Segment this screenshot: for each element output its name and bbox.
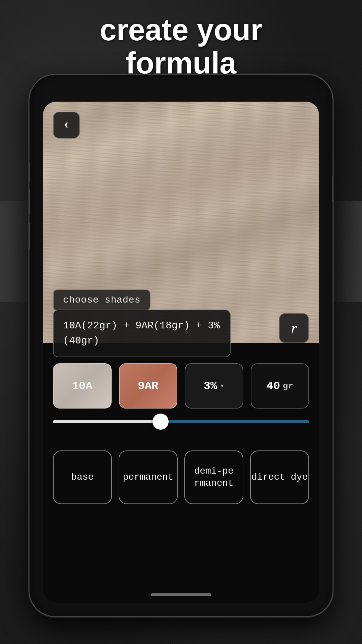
category-base-button[interactable]: base	[53, 450, 112, 504]
category-demi-permanent-label: demi-pe rmanent	[185, 465, 243, 490]
category-base-label: base	[71, 471, 94, 483]
formula-text: 10A(22gr) + 9AR(18gr) + 3%(40gr)	[63, 320, 220, 346]
swatch-10a-label: 10A	[72, 380, 93, 392]
swatch-40gr[interactable]: 40 gr	[251, 363, 309, 409]
power-button	[332, 175, 334, 202]
swatch-40-unit: gr	[283, 381, 293, 391]
category-permanent-button[interactable]: permanent	[119, 450, 178, 504]
swatches-row: 10A 9AR 3% ▾ 40 gr	[53, 363, 309, 409]
page-title: create your formula	[0, 13, 362, 80]
slider-track[interactable]	[53, 420, 309, 423]
category-demi-permanent-button[interactable]: demi-pe rmanent	[184, 450, 243, 504]
choose-shades-button[interactable]: choose shades	[53, 289, 150, 311]
title-line2: formula	[126, 46, 236, 80]
swatch-40-value: 40	[266, 380, 280, 392]
slider-thumb[interactable]	[153, 414, 169, 430]
swatch-3pct[interactable]: 3% ▾	[185, 363, 243, 409]
volume-up-button	[28, 189, 30, 216]
phone-screen: ‹ choose shades 10A(22gr) + 9AR(18gr) + …	[43, 102, 319, 603]
swatch-3pct-label: 3%	[203, 380, 217, 392]
r-icon: r	[291, 320, 297, 337]
title-line1: create your	[100, 13, 262, 47]
phone-frame: ‹ choose shades 10A(22gr) + 9AR(18gr) + …	[28, 74, 334, 617]
dropdown-arrow-icon: ▾	[220, 381, 224, 390]
swatch-9ar[interactable]: 9AR	[119, 363, 178, 409]
home-indicator	[151, 593, 211, 596]
category-direct-dye-label: direct dye	[251, 471, 308, 483]
category-direct-dye-button[interactable]: direct dye	[250, 450, 309, 504]
back-arrow-icon: ‹	[63, 118, 70, 132]
back-button[interactable]: ‹	[53, 112, 80, 139]
formula-box: 10A(22gr) + 9AR(18gr) + 3%(40gr)	[53, 310, 231, 357]
category-permanent-label: permanent	[123, 471, 173, 483]
swatch-9ar-label: 9AR	[138, 380, 158, 392]
volume-down-button	[28, 222, 30, 249]
volume-mute-button	[28, 162, 30, 182]
category-row: base permanent demi-pe rmanent direct dy…	[53, 450, 309, 504]
r-button[interactable]: r	[279, 313, 309, 343]
choose-shades-label: choose shades	[63, 295, 140, 305]
swatch-10a[interactable]: 10A	[53, 363, 112, 409]
ratio-slider-container	[53, 420, 309, 423]
